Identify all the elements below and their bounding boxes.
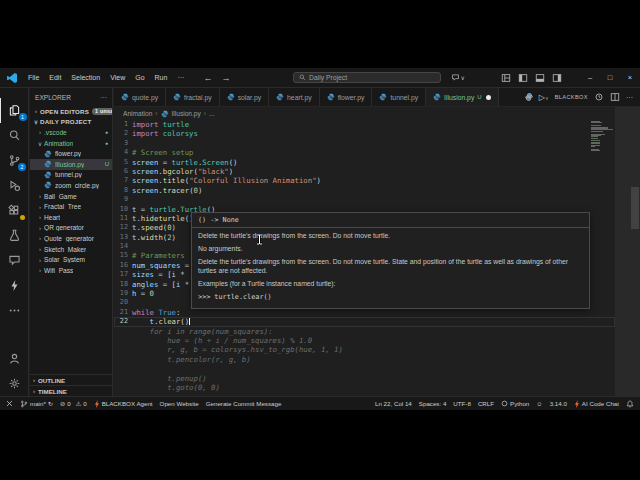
ghost-line-2: hue = (h + i / num_squares) % 1.0: [114, 336, 615, 345]
indentation-status[interactable]: Spaces: 4: [419, 400, 447, 407]
menu-go[interactable]: Go: [130, 68, 149, 87]
tab-flower-py[interactable]: flower.py: [320, 88, 373, 106]
tree-item-illusion-py[interactable]: Illusion.pyU: [30, 159, 112, 170]
activity-chat-icon[interactable]: [0, 248, 28, 273]
tree-item-quote-generator[interactable]: ›Quote_generator: [30, 233, 112, 244]
scrollbar-thumb[interactable]: [631, 187, 639, 229]
project-section[interactable]: ∨ DAILY PROJECT: [30, 117, 112, 128]
split-editor-icon[interactable]: [610, 92, 620, 102]
open-editors-section[interactable]: › OPEN EDITORS 1 unsaved: [30, 106, 112, 117]
code-line-6[interactable]: 6screen.bgcolor("black"): [114, 167, 615, 176]
tree-item-animation[interactable]: ∨Animation●: [30, 138, 112, 149]
eol-status[interactable]: CRLF: [478, 400, 494, 407]
tree-item-sketch-maker[interactable]: ›Sketch_Maker: [30, 244, 112, 255]
tree-item-zoom-circle-py[interactable]: zoom_circle.py: [30, 180, 112, 191]
code-line-21[interactable]: 21while True:: [114, 308, 615, 317]
tree-item--vscode[interactable]: ›.vscode●: [30, 127, 112, 138]
code-line-5[interactable]: 5screen = turtle.Screen(): [114, 158, 615, 167]
open-changes-icon[interactable]: [594, 92, 604, 102]
code-token: screen: [132, 167, 158, 176]
editor-scrollbar[interactable]: [615, 107, 640, 396]
activity-testing-icon[interactable]: [0, 223, 28, 248]
ghost-suggestion-text: t.goto(0, 0): [132, 383, 220, 392]
remote-indicator[interactable]: [6, 400, 13, 407]
activity-explorer-icon[interactable]: 1: [0, 98, 29, 123]
timeline-section[interactable]: ›TIMELINE: [30, 385, 112, 396]
breadcrumb-item[interactable]: Animation: [123, 110, 152, 117]
line-number: [114, 336, 132, 345]
toggle-sidebar-icon[interactable]: [518, 73, 528, 83]
notifications-bell-icon[interactable]: [626, 400, 634, 408]
back-arrow-icon[interactable]: ←: [203, 73, 212, 83]
code-line-4[interactable]: 4# Screen setup: [114, 148, 615, 157]
code-line-1[interactable]: 1import turtle: [114, 120, 615, 129]
code-token: angles: [132, 280, 158, 289]
tree-item-label: Solar_System: [44, 256, 85, 263]
encoding-status[interactable]: UTF-8: [453, 400, 471, 407]
activity-blackbox-icon[interactable]: [0, 273, 28, 298]
menu-run[interactable]: Run: [150, 68, 173, 87]
tab-illusion-py[interactable]: Illusion.pyU: [426, 88, 499, 106]
tab-tunnel-py[interactable]: tunnel.py: [372, 88, 426, 106]
cursor-position-status[interactable]: Ln 22, Col 14: [375, 400, 412, 407]
code-line-22[interactable]: 22 t.clear(): [114, 317, 615, 326]
menu-selection[interactable]: Selection: [66, 68, 105, 87]
menu-view[interactable]: View: [105, 68, 130, 87]
activity-account-icon[interactable]: [0, 346, 28, 371]
tab-solar-py[interactable]: solar.py: [220, 88, 269, 106]
language-mode-status[interactable]: Python: [501, 400, 529, 407]
activity-run-debug-icon[interactable]: [0, 173, 28, 198]
generate-commit-button[interactable]: Generate Commit Message: [206, 400, 282, 407]
sidebar-more-icon[interactable]: ···: [100, 94, 107, 101]
customize-layout-icon[interactable]: [501, 73, 511, 83]
command-center-search[interactable]: Daily Project: [293, 72, 441, 83]
title-bar-right: ∨ – □ ×: [451, 68, 640, 87]
code-line-3[interactable]: 3: [114, 139, 615, 148]
breadcrumb-item[interactable]: ...: [209, 110, 215, 117]
menu-file[interactable]: File: [23, 68, 44, 87]
activity-more-icon[interactable]: [0, 298, 28, 323]
code-line-2[interactable]: 2import colorsys: [114, 129, 615, 138]
code-token: Screen: [202, 158, 228, 167]
tree-item-ball-game[interactable]: ›Ball_Game: [30, 191, 112, 202]
tab-heart-py[interactable]: heart.py: [269, 88, 320, 106]
feedback-smiley-icon[interactable]: ☺: [536, 400, 542, 407]
tab-fractal-py[interactable]: fractal.py: [166, 88, 220, 106]
activity-settings-icon[interactable]: [0, 371, 28, 396]
run-python-file-button[interactable]: ▷∨: [539, 93, 549, 102]
tree-item-flower-py[interactable]: flower.py: [30, 148, 112, 159]
close-button[interactable]: ×: [620, 68, 640, 87]
toggle-secondary-sidebar-icon[interactable]: [552, 73, 562, 83]
breadcrumb-item[interactable]: Illusion.py: [172, 110, 201, 117]
code-line-9[interactable]: 9: [114, 195, 615, 204]
line-number: 9: [114, 195, 132, 204]
blackbox-agent-status[interactable]: BLACKBOX Agent: [94, 400, 153, 408]
menu-edit[interactable]: Edit: [44, 68, 66, 87]
problems-status[interactable]: ⊘ 0 ⚠ 0: [60, 400, 87, 407]
code-line-8[interactable]: 8screen.tracer(0): [114, 186, 615, 195]
python-version-status[interactable]: 3.14.0: [550, 400, 567, 407]
breadcrumb[interactable]: Animation›Illusion.py›...: [114, 107, 640, 120]
maximize-button[interactable]: □: [600, 68, 620, 87]
more-actions-icon[interactable]: ···: [626, 94, 633, 101]
tree-item-qr-generator[interactable]: ›QR generator: [30, 223, 112, 234]
git-branch-status[interactable]: main* ↻: [20, 400, 53, 408]
activity-source-control-icon[interactable]: 2: [0, 148, 28, 173]
tree-item-heart[interactable]: ›Heart: [30, 212, 112, 223]
ai-code-chat-status[interactable]: AI Code Chat: [574, 400, 619, 408]
minimize-button[interactable]: –: [580, 68, 600, 87]
activity-search-icon[interactable]: [0, 123, 28, 148]
outline-section[interactable]: ›OUTLINE: [30, 374, 112, 385]
menu-[interactable]: ···: [172, 68, 189, 87]
tree-item-wifi-pass[interactable]: ›Wifi_Pass: [30, 265, 112, 276]
tree-item-solar-system[interactable]: ›Solar_System: [30, 254, 112, 265]
tree-item-fractal-tree[interactable]: ›Fractal_Tree: [30, 201, 112, 212]
toggle-panel-icon[interactable]: [535, 73, 545, 83]
code-line-7[interactable]: 7screen.title("Colorful Illusion Animati…: [114, 176, 615, 185]
activity-extensions-icon[interactable]: [0, 198, 28, 223]
tree-item-tunnel-py[interactable]: tunnel.py: [30, 170, 112, 181]
copilot-menu-icon[interactable]: ∨: [451, 73, 465, 82]
forward-arrow-icon[interactable]: →: [221, 73, 230, 83]
open-website-button[interactable]: Open Website: [160, 400, 199, 407]
tab-quote-py[interactable]: quote.py: [114, 88, 166, 106]
